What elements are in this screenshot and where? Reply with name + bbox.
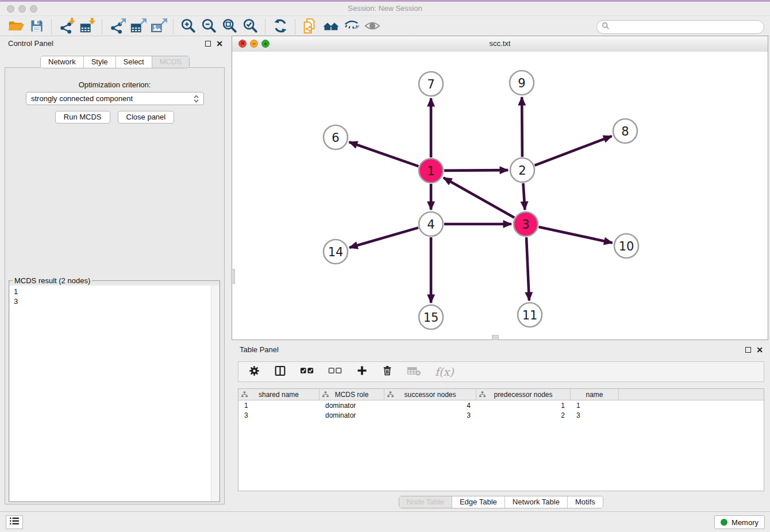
zoom-in-button[interactable] [178,18,199,36]
table-row[interactable]: 3dominator323 [238,410,764,420]
graph-node-6[interactable]: 6 [324,125,348,149]
graph-node-2[interactable]: 2 [510,158,534,182]
toolbar-separator [102,20,103,34]
memory-button[interactable]: Memory [714,515,765,529]
column-header-mcds-role[interactable]: MCDS role [319,389,384,400]
style-detail-button[interactable] [341,18,362,36]
minimize-window-button[interactable] [18,5,26,13]
table-settings-button[interactable] [248,365,260,379]
window-traffic-lights [7,5,37,13]
graph-node-9[interactable]: 9 [510,71,534,95]
run-mcds-button[interactable]: Run MCDS [55,111,110,124]
window-titlebar: Session: New Session [0,0,770,16]
main-toolbar [0,18,770,36]
task-history-button[interactable] [6,515,23,529]
new-network-button[interactable] [300,18,321,36]
graph-edge-4-14[interactable] [349,228,418,248]
network-graph[interactable]: 7968124314101511 [232,52,768,340]
close-panel-icon[interactable]: ✕ [216,40,223,47]
graph-edge-1-6[interactable] [349,142,419,166]
graph-node-15[interactable]: 15 [419,305,443,329]
close-table-panel-icon[interactable]: ✕ [756,346,763,353]
close-window-button[interactable] [7,5,14,13]
graph-node-4[interactable]: 4 [419,212,443,236]
tab-node-table[interactable]: Node Table [399,496,452,508]
zoom-fit-button[interactable] [220,18,240,36]
node-label: 8 [621,125,629,138]
graph-edge-2-3[interactable] [523,183,525,210]
graph-edge-2-8[interactable] [535,136,612,165]
graph-node-14[interactable]: 14 [324,240,348,264]
zoom-out-button[interactable] [199,18,220,36]
node-label: 11 [522,309,538,322]
network-window-titlebar[interactable]: ✕ − + scc.txt [232,36,768,52]
export-table-button[interactable] [128,18,148,36]
delete-column-button[interactable] [382,365,393,379]
close-view-button[interactable]: ✕ [238,40,247,48]
import-table-icon [79,17,96,37]
search-input[interactable] [613,22,759,32]
tab-network[interactable]: Network [41,56,84,68]
graph-node-3[interactable]: 3 [514,212,538,236]
graph-edge-2-9[interactable] [522,97,522,157]
graph-node-10[interactable]: 10 [614,234,638,258]
open-session-button[interactable] [6,18,26,36]
tab-mcds[interactable]: MCDS [152,56,189,68]
export-table-icon [129,17,147,37]
tab-style[interactable]: Style [84,56,116,68]
home-view-button[interactable] [321,18,341,36]
table-row[interactable]: 1dominator411 [238,400,764,410]
graph-node-8[interactable]: 8 [613,119,637,143]
import-table-button[interactable] [77,18,98,36]
graph-edge-3-1[interactable] [444,178,514,217]
function-builder-button[interactable]: f(x) [435,365,454,378]
import-network-icon [58,17,75,37]
maximize-view-button[interactable]: + [261,40,270,48]
criterion-dropdown[interactable]: strongly connected component [26,92,204,105]
tab-network-table[interactable]: Network Table [505,496,568,508]
node-label: 6 [332,131,339,145]
application-window: Session: New Session [0,0,770,532]
columns-icon [274,365,286,379]
graph-edge-3-10[interactable] [538,227,612,243]
minimize-view-button[interactable]: − [250,40,258,48]
tab-edge-table[interactable]: Edge Table [452,496,505,508]
add-column-button[interactable] [356,365,368,379]
graph-node-1[interactable]: 1 [419,159,443,183]
graph-node-7[interactable]: 7 [419,72,443,96]
graph-edge-3-11[interactable] [526,237,529,300]
network-file-icon [302,17,319,37]
eye-style-icon [343,17,360,37]
float-panel-icon[interactable] [205,41,211,47]
deselect-all-button[interactable] [328,366,342,377]
delete-table-button[interactable] [407,365,421,379]
column-header-successor-nodes[interactable]: successor nodes [384,389,476,400]
import-network-button[interactable] [56,18,77,36]
graph-node-11[interactable]: 11 [518,303,542,327]
show-hide-button[interactable] [362,18,383,36]
select-all-button[interactable] [300,366,314,377]
search-box[interactable] [596,20,764,34]
horizontal-splitter-grip[interactable] [231,269,235,284]
column-header-shared-name[interactable]: shared name [238,389,319,400]
close-panel-button[interactable]: Close panel [118,111,175,124]
graph-edge-1-2[interactable] [444,170,508,171]
zoom-window-button[interactable] [30,5,37,13]
apply-layout-button[interactable] [270,18,291,36]
column-header-predecessor-nodes[interactable]: predecessor nodes [476,389,571,400]
save-session-button[interactable] [26,18,47,36]
zoom-selected-button[interactable] [240,18,261,36]
export-network-button[interactable] [107,18,128,36]
table-panel-title: Table Panel [240,345,279,354]
homes-icon [322,17,340,37]
show-columns-button[interactable] [274,365,286,379]
column-header-name[interactable]: name [571,389,619,400]
tab-select[interactable]: Select [116,56,152,68]
vertical-splitter-grip[interactable] [492,335,499,340]
export-image-button[interactable] [148,18,169,36]
node-label: 3 [522,218,529,232]
result-scrollbar[interactable] [211,286,219,501]
float-table-panel-icon[interactable] [745,347,751,353]
network-canvas[interactable]: 7968124314101511 [232,52,768,340]
tab-motifs[interactable]: Motifs [568,496,603,508]
